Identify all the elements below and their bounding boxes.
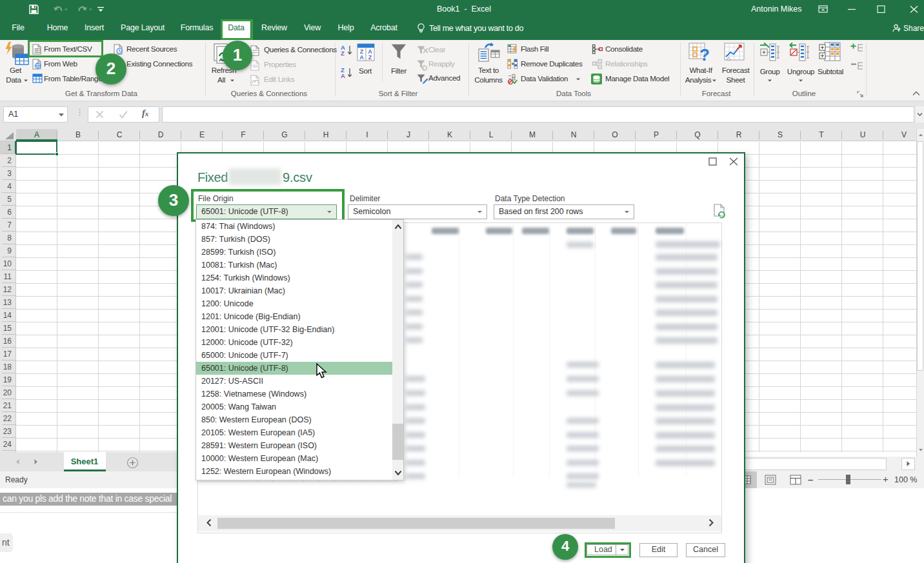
svg-text:?: ? [699,45,710,64]
svg-text:Z: Z [368,54,372,61]
svg-text:A: A [359,54,364,61]
